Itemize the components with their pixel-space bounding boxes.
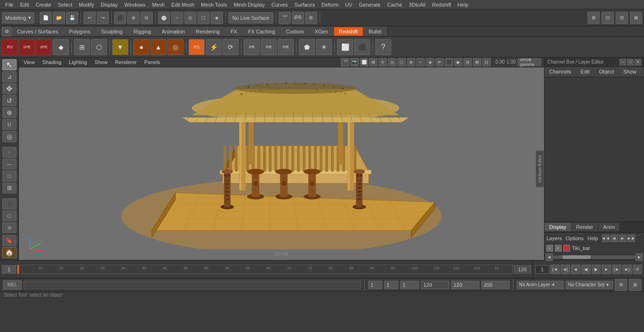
shelf-icon-sphere[interactable]: ●: [133, 39, 149, 55]
lasso-btn[interactable]: ⬤: [158, 12, 170, 24]
gamma-dropdown[interactable]: sRGB gamma: [518, 58, 541, 66]
vp-icon-15[interactable]: ⊡: [482, 58, 491, 66]
layout-btn-3[interactable]: ⊟: [616, 12, 628, 24]
ipr-btn[interactable]: IPR: [292, 12, 304, 24]
right-panel-scrollbar[interactable]: ◄ ►: [545, 254, 644, 260]
shelf-icon-ipr2[interactable]: IPR: [19, 39, 35, 55]
vp-icon-6[interactable]: ⬡: [397, 58, 406, 66]
play-back-btn[interactable]: ◀: [581, 265, 591, 274]
status-frame-field-3[interactable]: [400, 281, 419, 289]
vp-icon-11[interactable]: ⬛: [445, 58, 453, 66]
shelf-tab-rigging[interactable]: Rigging: [128, 27, 156, 36]
undo-btn[interactable]: ↩: [83, 12, 96, 24]
camera-btn[interactable]: 🎥: [2, 198, 17, 209]
shelf-tab-sculpting[interactable]: Sculpting: [96, 27, 128, 36]
attribute-editor-side-tab[interactable]: Attribute Editor: [536, 151, 544, 187]
shelf-icon-dome[interactable]: ⬟: [299, 39, 315, 55]
vp-icon-snap[interactable]: ⊙: [379, 58, 387, 66]
viewport-3d[interactable]: persp Y X Z: [19, 67, 544, 260]
symmetry-btn[interactable]: ⬡: [198, 12, 210, 24]
shelf-icon-rs1[interactable]: ◆: [53, 39, 69, 55]
vp-icon-5[interactable]: ◎: [388, 58, 396, 66]
status-settings-btn[interactable]: ⚙: [615, 279, 627, 291]
snap-edge-btn[interactable]: ─: [2, 159, 17, 170]
select-tool-btn[interactable]: ↖: [2, 59, 17, 70]
isolate-btn[interactable]: ⬡: [2, 211, 17, 221]
shelf-icon-torus[interactable]: ◎: [167, 39, 183, 55]
render-view-btn[interactable]: 🎬: [279, 12, 291, 24]
menu-uv[interactable]: UV: [342, 1, 355, 8]
vp-show-menu[interactable]: Show: [93, 58, 110, 66]
layout-btn-1[interactable]: ⊞: [587, 12, 600, 24]
workspace-dropdown[interactable]: Modeling ▾: [2, 12, 34, 24]
layer-nav-btn-2[interactable]: ◄: [611, 235, 618, 242]
shelf-tab-curves-surfaces[interactable]: Curves / Surfaces: [12, 27, 63, 36]
status-end-range[interactable]: [421, 281, 449, 289]
prev-key-btn[interactable]: ◄|: [561, 265, 570, 274]
panel-close-btn[interactable]: ✕: [635, 59, 641, 65]
menu-modify[interactable]: Modify: [75, 1, 97, 8]
end-frame-input[interactable]: [514, 265, 531, 274]
shelf-icon-poly[interactable]: ⬡: [91, 39, 107, 55]
current-frame-input[interactable]: [2, 265, 16, 274]
scale-tool-btn[interactable]: ⊕: [2, 107, 17, 118]
menu-windows[interactable]: Windows: [121, 1, 149, 8]
vp-panels-menu[interactable]: Panels: [142, 58, 162, 66]
scroll-right-btn[interactable]: ►: [636, 253, 643, 261]
layout-btn-2[interactable]: ⊡: [602, 12, 614, 24]
new-file-btn[interactable]: 📄: [40, 12, 52, 24]
render-settings-btn[interactable]: ⚙: [305, 12, 317, 24]
shelf-icon-cone[interactable]: ▲: [150, 39, 166, 55]
render-tab[interactable]: Render: [571, 223, 598, 231]
shelf-tab-custom[interactable]: Custom: [281, 27, 309, 36]
go-start-btn[interactable]: |◄: [550, 265, 560, 274]
shelf-tab-rendering[interactable]: Rendering: [190, 27, 225, 36]
select-mode-btn[interactable]: ⬛: [114, 12, 126, 24]
vp-icon-8[interactable]: ○: [416, 58, 425, 66]
show-all-btn[interactable]: ⊙: [2, 222, 17, 233]
save-file-btn[interactable]: 💾: [66, 12, 78, 24]
vp-icon-14[interactable]: ⊠: [473, 58, 481, 66]
universal-manip-btn[interactable]: U: [2, 119, 17, 130]
rotate-tool-btn[interactable]: ↺: [2, 95, 17, 106]
menu-redshift[interactable]: Redshift: [429, 1, 454, 8]
menu-file[interactable]: File: [2, 1, 17, 8]
shelf-icon-pr3[interactable]: PR: [278, 39, 294, 55]
shelf-tab-polygons[interactable]: Polygons: [64, 27, 95, 36]
menu-help[interactable]: Help: [454, 1, 472, 8]
shelf-tab-fx-caching[interactable]: FX Caching: [243, 27, 280, 36]
edit-tab[interactable]: Edit: [576, 67, 594, 77]
menu-3dtoall[interactable]: 3DtoAll: [405, 1, 429, 8]
move-tool-btn[interactable]: ✥: [2, 83, 17, 94]
frame-counter[interactable]: [535, 265, 549, 274]
vp-icon-1[interactable]: 🎬: [341, 58, 349, 66]
redo-btn[interactable]: ↪: [97, 12, 109, 24]
timeline-scrubber[interactable]: 5 10 15 20 25 30 35 40 45 50 55 60 65 70…: [17, 265, 513, 274]
shelf-tab-fx[interactable]: FX: [225, 27, 242, 36]
menu-surfaces[interactable]: Surfaces: [291, 1, 318, 8]
snap-face-btn[interactable]: □: [2, 170, 17, 181]
loop-btn[interactable]: ↺: [633, 265, 642, 274]
layer-nav-btn-3[interactable]: ►: [619, 235, 627, 242]
scrollbar-track[interactable]: [553, 255, 636, 259]
soft-select-left-btn[interactable]: ◎: [2, 131, 17, 142]
shelf-tab-bullet[interactable]: Bullet: [363, 27, 387, 36]
snap-vertex-btn[interactable]: ⋅: [2, 147, 17, 158]
vp-renderer-menu[interactable]: Renderer: [113, 58, 139, 66]
menu-edit-mesh[interactable]: Edit Mesh: [168, 1, 198, 8]
shelf-icon-rs-3[interactable]: ⟳: [223, 39, 239, 55]
bookmark-btn[interactable]: 🔖: [2, 235, 17, 246]
layer-visibility-btn[interactable]: V: [546, 245, 553, 251]
vp-shading-menu[interactable]: Shading: [41, 58, 63, 66]
shelf-icon-rv[interactable]: RV: [2, 39, 18, 55]
shelf-icon-rs-2[interactable]: ⚡: [206, 39, 222, 55]
menu-generate[interactable]: Generate: [355, 1, 384, 8]
lasso-tool-btn[interactable]: ⊿: [2, 71, 17, 82]
scrollbar-thumb[interactable]: [562, 255, 591, 259]
no-char-set-dropdown[interactable]: No Character Set ▾: [566, 281, 613, 289]
soft-select-btn[interactable]: ◎: [184, 12, 197, 24]
shelf-icon-grid[interactable]: ⊞: [74, 39, 90, 55]
vp-icon-13[interactable]: ⊟: [463, 58, 472, 66]
layer-color-swatch[interactable]: [563, 245, 570, 251]
transform-mode-btn[interactable]: ⊕: [127, 12, 140, 24]
